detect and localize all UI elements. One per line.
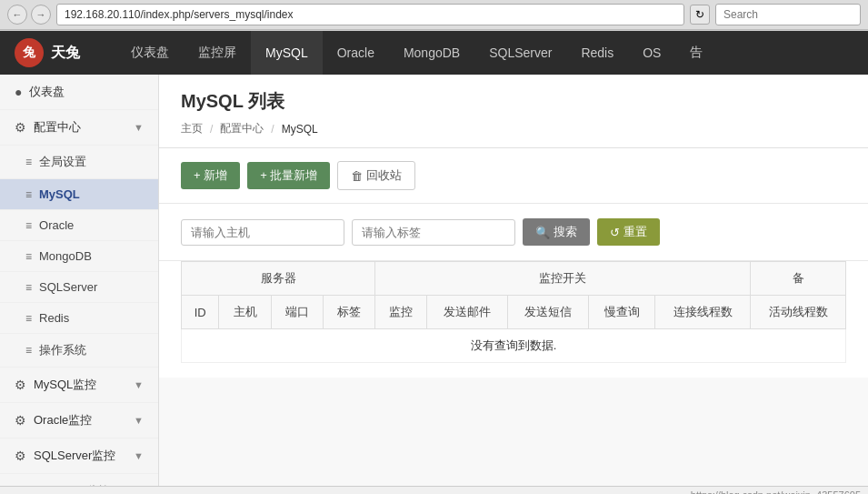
breadcrumb-config[interactable]: 配置中心 [220, 121, 264, 136]
config-center-icon: ⚙ [15, 120, 26, 135]
sidebar-mongodb-label: MongoDB [39, 249, 92, 263]
sidebar-group-mysql-monitor[interactable]: ⚙ MySQL监控 ▼ [0, 368, 158, 403]
config-chevron-icon: ▼ [134, 122, 144, 133]
breadcrumb-sep-1: / [210, 123, 213, 136]
sqlserver-monitor-icon: ⚙ [15, 449, 26, 463]
mysql-monitor-chevron-icon: ▼ [134, 379, 144, 390]
app-container: 兔 天兔 仪表盘 监控屏 MySQL Oracle MongoDB SQLSer… [0, 31, 868, 494]
mysql-monitor-icon: ⚙ [15, 378, 26, 392]
toolbar: + 新增 + 批量新增 🗑 回收站 [159, 148, 868, 204]
nav-sqlserver[interactable]: SQLServer [474, 31, 566, 75]
breadcrumb-home[interactable]: 主页 [181, 121, 203, 136]
refresh-button[interactable]: ↻ [690, 5, 710, 25]
sidebar-item-os[interactable]: ≡ 操作系统 [0, 334, 158, 368]
breadcrumb: 主页 / 配置中心 / MySQL [181, 121, 846, 136]
browser-toolbar: ← → ↻ [0, 0, 868, 30]
nav-alert[interactable]: 告 [675, 31, 717, 75]
oracle-settings-icon: ≡ [25, 219, 32, 232]
sidebar-config-label: 配置中心 [34, 119, 81, 136]
col-monitor: 监控 [375, 296, 427, 329]
sidebar-item-sqlserver[interactable]: ≡ SQLServer [0, 272, 158, 303]
mongodb-settings-icon: ≡ [25, 250, 32, 263]
nav-monitor-screen[interactable]: 监控屏 [184, 31, 251, 75]
sidebar-sqlserver-monitor-label: SQLServer监控 [34, 448, 115, 464]
search-button[interactable]: 🔍 搜索 [523, 218, 590, 246]
top-nav: 兔 天兔 仪表盘 监控屏 MySQL Oracle MongoDB SQLSer… [0, 31, 868, 75]
sqlserver-monitor-chevron-icon: ▼ [134, 450, 144, 461]
nav-mongodb[interactable]: MongoDB [389, 31, 474, 75]
sidebar-item-redis[interactable]: ≡ Redis [0, 303, 158, 334]
os-settings-icon: ≡ [25, 344, 32, 357]
table-group-monitor: 监控开关 [375, 262, 751, 296]
sidebar-global-settings-label: 全局设置 [39, 154, 86, 170]
nav-os[interactable]: OS [628, 31, 675, 75]
sidebar-mysql-monitor-label: MySQL监控 [34, 377, 96, 393]
no-data-message: 没有查询到数据. [182, 329, 846, 363]
page-header: MySQL 列表 主页 / 配置中心 / MySQL [159, 75, 868, 148]
app-title: 天兔 [51, 44, 80, 63]
sidebar-group-mongodb-monitor[interactable]: ⚙ MongoDB监控 ▼ [0, 474, 158, 486]
search-section: 🔍 搜索 ↺ 重置 [159, 204, 868, 261]
sqlserver-settings-icon: ≡ [25, 281, 32, 294]
address-bar[interactable] [56, 4, 684, 25]
col-email: 发送邮件 [427, 296, 508, 329]
col-id: ID [182, 296, 219, 329]
content-area: ● 仪表盘 ⚙ 配置中心 ▼ ≡ 全局设置 ≡ MySQL ≡ Oracle [0, 75, 868, 486]
col-host: 主机 [219, 296, 271, 329]
sidebar: ● 仪表盘 ⚙ 配置中心 ▼ ≡ 全局设置 ≡ MySQL ≡ Oracle [0, 75, 159, 486]
nav-dashboard[interactable]: 仪表盘 [116, 31, 184, 75]
sidebar-oracle-label: Oracle [39, 218, 74, 232]
sidebar-item-mysql[interactable]: ≡ MySQL [0, 179, 158, 210]
logo-area: 兔 天兔 [15, 38, 80, 67]
batch-add-button[interactable]: + 批量新增 [247, 162, 330, 189]
dashboard-icon: ● [15, 85, 22, 99]
host-search-input[interactable] [181, 219, 344, 246]
browser-search[interactable] [715, 4, 861, 25]
back-button[interactable]: ← [7, 5, 27, 25]
sidebar-mysql-label: MySQL [39, 187, 80, 201]
logo-icon: 兔 [15, 38, 44, 67]
sidebar-oracle-monitor-label: Oracle监控 [34, 412, 92, 428]
sidebar-redis-label: Redis [39, 311, 69, 325]
status-bar: https://blog.csdn.net/weixin_43557605 [0, 486, 868, 494]
table-group-misc: 备 [751, 262, 846, 296]
add-button[interactable]: + 新增 [181, 162, 240, 189]
oracle-monitor-icon: ⚙ [15, 413, 26, 428]
redis-settings-icon: ≡ [25, 312, 32, 325]
nav-buttons: ← → [7, 5, 51, 25]
sidebar-group-config[interactable]: ⚙ 配置中心 ▼ [0, 110, 158, 146]
forward-button[interactable]: → [31, 5, 51, 25]
sidebar-group-oracle-monitor[interactable]: ⚙ Oracle监控 ▼ [0, 403, 158, 439]
recycle-icon: 🗑 [351, 169, 363, 183]
page-title: MySQL 列表 [181, 89, 846, 114]
sidebar-item-oracle[interactable]: ≡ Oracle [0, 210, 158, 241]
nav-oracle[interactable]: Oracle [323, 31, 389, 75]
global-settings-icon: ≡ [25, 156, 32, 168]
top-nav-items: 仪表盘 监控屏 MySQL Oracle MongoDB SQLServer R… [116, 31, 853, 75]
nav-mysql[interactable]: MySQL [251, 31, 323, 75]
col-slow-query: 慢查询 [589, 296, 655, 329]
reset-button[interactable]: ↺ 重置 [597, 218, 660, 246]
table-container: 服务器 监控开关 备 ID 主机 端口 标签 监控 发送邮件 发送短信 [159, 261, 868, 378]
recycle-button[interactable]: 🗑 回收站 [337, 161, 415, 190]
reset-icon: ↺ [610, 226, 620, 239]
sidebar-item-dashboard[interactable]: ● 仪表盘 [0, 75, 158, 110]
tag-search-input[interactable] [352, 219, 515, 246]
sidebar-os-label: 操作系统 [39, 342, 86, 358]
main-content: MySQL 列表 主页 / 配置中心 / MySQL + 新增 + 批量新增 🗑… [159, 75, 868, 486]
breadcrumb-current: MySQL [282, 123, 318, 136]
sidebar-sqlserver-label: SQLServer [39, 280, 97, 294]
sidebar-group-sqlserver-monitor[interactable]: ⚙ SQLServer监控 ▼ [0, 439, 158, 474]
breadcrumb-sep-2: / [271, 123, 274, 136]
data-table: 服务器 监控开关 备 ID 主机 端口 标签 监控 发送邮件 发送短信 [181, 261, 846, 363]
browser-chrome: ← → ↻ [0, 0, 868, 31]
status-url: https://blog.csdn.net/weixin_43557605 [691, 489, 861, 495]
table-group-server: 服务器 [182, 262, 375, 296]
nav-redis[interactable]: Redis [566, 31, 628, 75]
sidebar-item-global-settings[interactable]: ≡ 全局设置 [0, 146, 158, 179]
oracle-monitor-chevron-icon: ▼ [134, 415, 144, 426]
search-icon: 🔍 [535, 226, 550, 239]
no-data-row: 没有查询到数据. [182, 329, 846, 363]
sidebar-item-dashboard-label: 仪表盘 [29, 84, 65, 100]
sidebar-item-mongodb[interactable]: ≡ MongoDB [0, 241, 158, 272]
